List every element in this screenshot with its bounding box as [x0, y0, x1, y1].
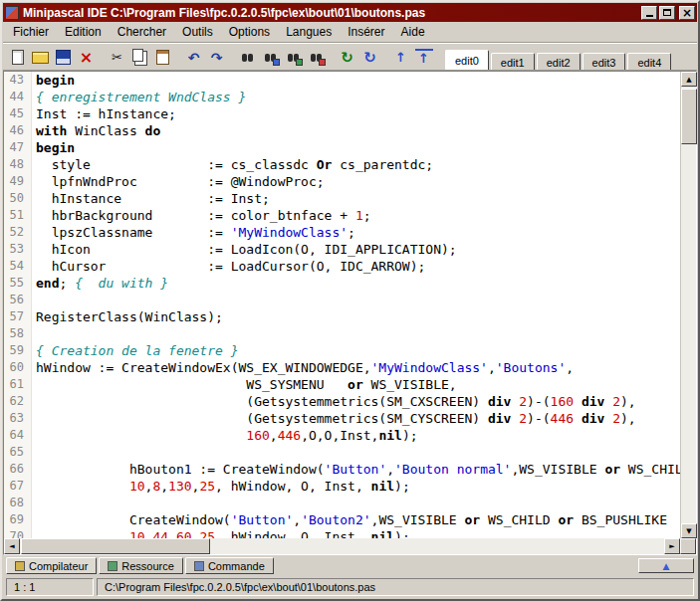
- code-line[interactable]: 47begin: [4, 139, 680, 156]
- tab-edit4[interactable]: edit4: [627, 53, 671, 70]
- menu-langues[interactable]: Langues: [278, 23, 340, 41]
- code-line[interactable]: 65: [4, 444, 680, 461]
- save-button[interactable]: [52, 47, 75, 69]
- code-area[interactable]: 43begin44{ enregistrement WndClass }45In…: [4, 72, 680, 538]
- findnext-button[interactable]: [259, 47, 282, 69]
- line-number: 57: [4, 308, 32, 325]
- scroll-up-button[interactable]: ▲: [681, 72, 697, 87]
- tab-edit0[interactable]: edit0: [445, 50, 489, 70]
- code-line[interactable]: 59{ Creation de la fenetre }: [4, 342, 680, 359]
- code-line[interactable]: 49 lpfnWndProc := @WindowProc;: [4, 173, 680, 190]
- line-number: 54: [4, 258, 32, 275]
- code-line[interactable]: 64 160,446,O,O,Inst,nil);: [4, 427, 680, 444]
- build-button[interactable]: ↻: [358, 47, 381, 69]
- menu-chercher[interactable]: Chercher: [110, 23, 174, 41]
- top-button[interactable]: ↑: [412, 47, 435, 69]
- scroll-down-button[interactable]: ▼: [681, 523, 697, 538]
- delete-button[interactable]: ×: [75, 47, 98, 69]
- open-button[interactable]: [29, 47, 52, 69]
- horizontal-scrollbar[interactable]: ◄ ►: [4, 538, 696, 554]
- toolbar: ×✂↶↷↻↻↑↑ edit0edit1edit2edit3edit4: [3, 43, 697, 71]
- minimize-button[interactable]: [641, 6, 657, 20]
- panel-tab-label: Commande: [208, 560, 265, 572]
- toolbar-buttons: ×✂↶↷↻↻↑↑: [6, 45, 435, 70]
- line-text: hbrBackground := color_btnface + 1;: [32, 207, 371, 224]
- panel-tab-ressource[interactable]: Ressource: [99, 557, 183, 574]
- close-button[interactable]: ×: [679, 6, 695, 20]
- scroll-right-button[interactable]: ►: [664, 538, 680, 554]
- status-file-path: C:\Program Files\fpc.0.2.0.5\fpc\ex\bout…: [97, 578, 694, 596]
- menu-outils[interactable]: Outils: [174, 23, 221, 41]
- up-button[interactable]: ↑: [389, 47, 412, 69]
- line-text: CreateWindow('Button','Bouton2',WS_VISIB…: [32, 511, 667, 528]
- copy-button[interactable]: [128, 47, 151, 69]
- new-button[interactable]: [6, 47, 29, 69]
- code-line[interactable]: 53 hIcon := LoadIcon(O, IDI_APPLICATION)…: [4, 241, 680, 258]
- code-line[interactable]: 70 10,44,60,25, hWindow, O, Inst, nil);: [4, 528, 680, 538]
- menu-fichier[interactable]: Fichier: [5, 23, 57, 41]
- menu-insérer[interactable]: Insérer: [340, 23, 392, 41]
- panel-tab-commande[interactable]: Commande: [185, 557, 274, 574]
- scroll-left-button[interactable]: ◄: [4, 538, 20, 554]
- cursor-position: 1 : 1: [6, 578, 94, 596]
- menu-options[interactable]: Options: [221, 23, 278, 41]
- code-line[interactable]: 54 hCursor := LoadCursor(O, IDC_ARROW);: [4, 258, 680, 275]
- undo-button[interactable]: ↶: [182, 47, 205, 69]
- code-line[interactable]: 46with WinClass do: [4, 122, 680, 139]
- line-text: hBouton1 := CreateWindow('Button','Bouto…: [32, 461, 680, 478]
- findfiles-button[interactable]: [282, 47, 305, 69]
- copy-icon: [131, 49, 149, 66]
- menu-aide[interactable]: Aide: [393, 23, 433, 41]
- code-line[interactable]: 67 10,8,130,25, hWindow, O, Inst, nil);: [4, 478, 680, 495]
- line-number: 50: [4, 190, 32, 207]
- code-line[interactable]: 55end; { du with }: [4, 275, 680, 292]
- vertical-scroll-track[interactable]: [681, 87, 696, 523]
- code-line[interactable]: 61 WS_SYSMENU or WS_VISIBLE,: [4, 376, 680, 393]
- title-bar[interactable]: Minipascal IDE C:\Program Files\fpc.0.2.…: [3, 3, 697, 22]
- code-line[interactable]: 43begin: [4, 72, 680, 89]
- tab-edit2[interactable]: edit2: [537, 53, 581, 70]
- redo-button[interactable]: ↷: [205, 47, 228, 69]
- menu-edition[interactable]: Edition: [57, 23, 110, 41]
- line-number: 63: [4, 410, 32, 427]
- horizontal-scroll-track[interactable]: [20, 538, 664, 554]
- compilateur-tab-icon: [15, 561, 25, 571]
- app-icon: [5, 6, 19, 20]
- code-line[interactable]: 48 style := cs_classdc Or cs_parentdc;: [4, 156, 680, 173]
- code-line[interactable]: 51 hbrBackground := color_btnface + 1;: [4, 207, 680, 224]
- line-text: (Getsystemmetrics(SM_CYSCREEN) div 2)-(4…: [32, 410, 636, 427]
- tab-edit3[interactable]: edit3: [583, 53, 626, 70]
- line-text: style := cs_classdc Or cs_parentdc;: [32, 156, 433, 173]
- code-line[interactable]: 62 (Getsystemmetrics(SM_CXSCREEN) div 2)…: [4, 393, 680, 410]
- code-line[interactable]: 66 hBouton1 := CreateWindow('Button','Bo…: [4, 461, 680, 478]
- app-window: Minipascal IDE C:\Program Files\fpc.0.2.…: [0, 0, 700, 601]
- vertical-scrollbar[interactable]: ▲ ▼: [680, 72, 696, 538]
- maximize-icon: [663, 9, 671, 16]
- code-line[interactable]: 68: [4, 495, 680, 511]
- find-button[interactable]: [236, 47, 259, 69]
- horizontal-scroll-thumb[interactable]: [21, 538, 210, 554]
- editor-row: 43begin44{ enregistrement WndClass }45In…: [4, 72, 696, 538]
- toolbar-separator: [228, 47, 236, 69]
- code-line[interactable]: 58: [4, 325, 680, 342]
- compile-button[interactable]: ↻: [336, 47, 358, 69]
- maximize-button[interactable]: [659, 6, 675, 20]
- replace-button[interactable]: [305, 47, 328, 69]
- code-line[interactable]: 69 CreateWindow('Button','Bouton2',WS_VI…: [4, 511, 680, 528]
- code-line[interactable]: 44{ enregistrement WndClass }: [4, 89, 680, 105]
- paste-button[interactable]: [151, 47, 174, 69]
- code-line[interactable]: 50 hInstance := Inst;: [4, 190, 680, 207]
- tab-edit1[interactable]: edit1: [491, 53, 535, 70]
- top-icon: ↑: [415, 49, 433, 66]
- panel-tab-compilateur[interactable]: Compilateur: [6, 557, 97, 574]
- vertical-scroll-thumb[interactable]: [681, 89, 697, 144]
- code-line[interactable]: 56: [4, 292, 680, 308]
- code-line[interactable]: 57RegisterClass(WinClass);: [4, 308, 680, 325]
- code-line[interactable]: 52 lpszClassname := 'MyWindowClass';: [4, 224, 680, 241]
- code-line[interactable]: 63 (Getsystemmetrics(SM_CYSCREEN) div 2)…: [4, 410, 680, 427]
- panel-up-button[interactable]: ▲: [638, 558, 694, 573]
- cut-button[interactable]: ✂: [106, 47, 128, 69]
- code-line[interactable]: 45Inst := hInstance;: [4, 105, 680, 122]
- line-text: [32, 444, 36, 461]
- code-line[interactable]: 60hWindow := CreateWindowEx(WS_EX_WINDOW…: [4, 359, 680, 376]
